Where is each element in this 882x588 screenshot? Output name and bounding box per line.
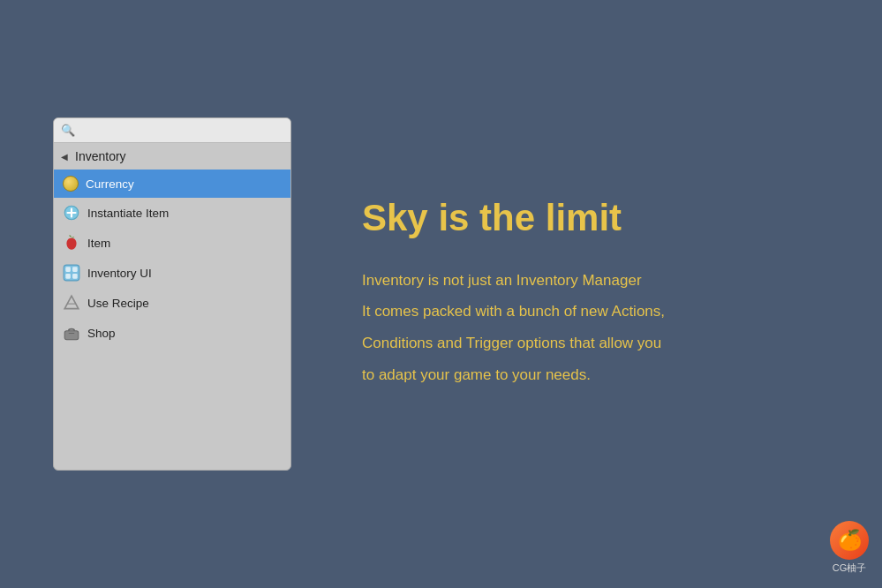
headline: Sky is the limit [362,198,811,238]
instantiate-icon [63,204,80,222]
svg-rect-9 [69,333,75,334]
desc-line2: It comes packed with a bunch of new Acti… [362,303,665,320]
desc-line4: to adapt your game to your needs. [362,366,591,383]
menu-item-instantiate-label: Instantiate Item [87,207,169,220]
search-bar: 🔍 [54,118,290,143]
menu-item-item[interactable]: Item [54,228,290,258]
menu-item-use-recipe-label: Use Recipe [87,297,149,310]
menu-item-shop-label: Shop [87,327,116,340]
menu-item-shop[interactable]: Shop [54,318,290,348]
section-header[interactable]: ◀ Inventory [54,143,290,170]
search-icon: 🔍 [61,124,75,137]
svg-rect-5 [72,274,78,279]
section-arrow-icon: ◀ [61,152,68,162]
svg-rect-4 [65,274,71,279]
menu-item-currency[interactable]: Currency [54,170,290,198]
menu-item-instantiate-item[interactable]: Instantiate Item [54,198,290,228]
watermark-text: CG柚子 [833,562,867,575]
desc-line3: Conditions and Trigger options that allo… [362,335,661,351]
inventory-ui-icon [63,264,80,282]
shop-icon [63,324,80,342]
svg-rect-3 [72,267,78,272]
menu-item-inventory-ui[interactable]: Inventory UI [54,258,290,288]
left-panel: 🔍 ◀ Inventory Currency [53,117,291,471]
menu-item-inventory-ui-label: Inventory UI [87,267,152,280]
svg-rect-2 [65,267,71,272]
menu-item-currency-label: Currency [86,177,134,191]
currency-icon [63,176,79,192]
search-input[interactable] [80,124,283,137]
menu-list: ◀ Inventory Currency Instantiate Item [54,143,290,348]
section-header-label: Inventory [75,149,126,163]
watermark-icon: 🍊 [830,521,869,560]
menu-item-item-label: Item [87,237,110,250]
item-icon [63,234,80,252]
watermark: 🍊 CG柚子 [830,521,869,575]
svg-rect-8 [64,331,79,340]
menu-item-use-recipe[interactable]: Use Recipe [54,288,290,318]
svg-marker-6 [64,296,79,308]
recipe-icon [63,294,80,312]
desc-line1: Inventory is not just an Inventory Manag… [362,272,642,289]
description: Inventory is not just an Inventory Manag… [362,265,786,391]
right-content: Sky is the limit Inventory is not just a… [344,180,829,409]
main-container: 🔍 ◀ Inventory Currency [0,0,882,588]
